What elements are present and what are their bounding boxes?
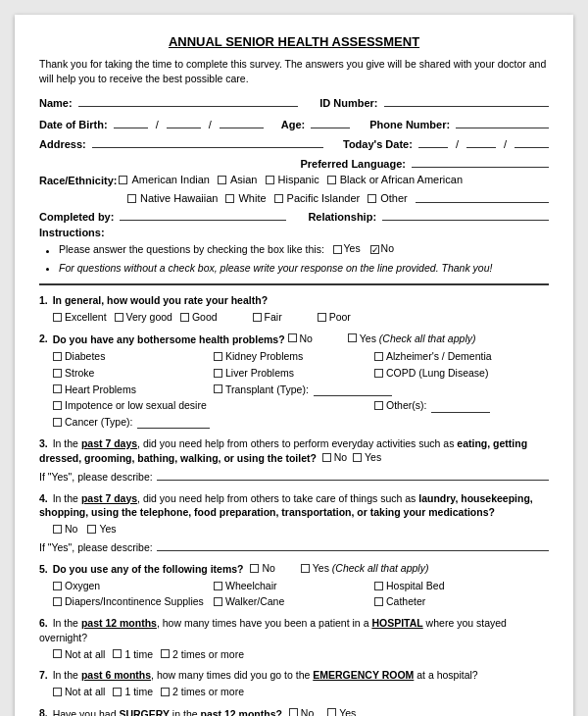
cb-other[interactable]	[368, 194, 376, 203]
opt-diapers[interactable]: Diapers/Incontinence Supplies	[53, 594, 210, 609]
page-title: ANNUAL SENIOR HEALTH ASSESSMENT	[39, 34, 549, 49]
q6-1-time[interactable]: 1 time	[113, 647, 153, 662]
opt-impotence[interactable]: Impotence or low sexual desire	[53, 398, 370, 413]
opt-walker[interactable]: Walker/Cane	[214, 594, 370, 609]
q2-no[interactable]: No	[288, 332, 313, 346]
instruction-1: Please answer the questions by checking …	[59, 241, 549, 258]
q7-1-time[interactable]: 1 time	[113, 685, 153, 699]
question-8: 8. Have you had SURGERY in the past 12 m…	[39, 706, 549, 716]
todays-date-label: Today's Date:	[343, 138, 413, 150]
completed-by-label: Completed by:	[39, 211, 114, 223]
q2-yes[interactable]: Yes (Check all that apply)	[348, 332, 476, 346]
q3-if-yes: If "Yes", please describe:	[39, 468, 549, 485]
race-row-1: Race/Ethnicity: American Indian Asian Hi…	[39, 174, 549, 186]
q6-not-at-all[interactable]: Not at all	[53, 647, 105, 662]
q6-options: Not at all 1 time 2 times or more	[39, 647, 549, 662]
opt-excellent[interactable]: Excellent	[53, 310, 107, 325]
race-white[interactable]: White	[225, 192, 266, 204]
completed-by-row: Completed by: Relationship:	[39, 207, 549, 223]
q3-describe-input[interactable]	[157, 468, 549, 481]
opt-alzheimers[interactable]: Alzheimer's / Dementia	[374, 349, 570, 364]
race-pacific-islander[interactable]: Pacific Islander	[274, 192, 361, 204]
race-american-indian[interactable]: American Indian	[119, 174, 210, 185]
opt-cancer[interactable]: Cancer (Type):	[53, 415, 210, 430]
cb-white[interactable]	[225, 194, 234, 203]
name-label: Name:	[39, 97, 73, 109]
phone-label: Phone Number:	[369, 119, 450, 130]
completed-by-input[interactable]	[120, 207, 286, 221]
q6-2-times[interactable]: 2 times or more	[161, 647, 244, 662]
q8-yes[interactable]: Yes	[327, 706, 356, 716]
q7-not-at-all[interactable]: Not at all	[53, 685, 105, 699]
instructions-section: Instructions: Please answer the question…	[39, 227, 549, 276]
q5-yes[interactable]: Yes (Check all that apply)	[301, 561, 429, 576]
intro-text: Thank you for taking the time to complet…	[39, 57, 549, 85]
race-black[interactable]: Black or African American	[327, 174, 463, 185]
age-input[interactable]	[311, 115, 350, 128]
opt-wheelchair[interactable]: Wheelchair	[214, 579, 370, 593]
q5-no[interactable]: No	[250, 561, 274, 576]
q4-describe-input[interactable]	[157, 538, 549, 551]
q8-no[interactable]: No	[289, 706, 314, 716]
opt-fair[interactable]: Fair	[253, 310, 282, 325]
preferred-lang-input[interactable]	[412, 154, 549, 168]
instruction-2: For questions without a check box, pleas…	[59, 261, 549, 277]
preferred-lang-row: Preferred Language:	[39, 154, 549, 170]
address-input[interactable]	[92, 134, 323, 148]
id-number-label: ID Number:	[319, 97, 377, 109]
opt-heart[interactable]: Heart Problems	[53, 383, 210, 397]
dob-year[interactable]	[220, 115, 264, 128]
name-id-row: Name: ID Number:	[39, 93, 549, 109]
cb-hispanic[interactable]	[266, 176, 274, 184]
cb-pacific-islander[interactable]	[274, 194, 283, 203]
race-row-2: Native Hawaiian White Pacific Islander O…	[39, 189, 549, 205]
q4-options: No Yes	[39, 522, 549, 537]
q5-suboptions: Oxygen Wheelchair Hospital Bed Diapers/I…	[39, 579, 549, 609]
opt-kidney[interactable]: Kidney Problems	[214, 349, 370, 364]
cb-native-hawaiian[interactable]	[127, 194, 136, 203]
phone-input[interactable]	[456, 115, 549, 128]
question-5: 5. Do you use any of the following items…	[39, 561, 549, 609]
opt-good[interactable]: Good	[180, 310, 218, 325]
race-native-hawaiian[interactable]: Native Hawaiian	[127, 192, 218, 204]
cb-american-indian[interactable]	[119, 176, 127, 184]
dob-label: Date of Birth:	[39, 119, 108, 130]
page: ANNUAL SENIOR HEALTH ASSESSMENT Thank yo…	[15, 15, 573, 716]
opt-hospital-bed[interactable]: Hospital Bed	[374, 579, 531, 593]
id-number-input[interactable]	[384, 93, 549, 107]
race-hispanic[interactable]: Hispanic	[266, 174, 319, 185]
q4-no[interactable]: No	[53, 522, 77, 537]
q7-2-times[interactable]: 2 times or more	[161, 685, 244, 699]
opt-diabetes[interactable]: Diabetes	[53, 349, 210, 364]
opt-transplant[interactable]: Transplant (Type):	[214, 383, 570, 397]
dob-day[interactable]	[167, 115, 201, 128]
opt-liver[interactable]: Liver Problems	[214, 366, 370, 381]
dob-month[interactable]	[114, 115, 148, 128]
example-yes-box	[333, 245, 342, 254]
question-6: 6. In the past 12 months, how many times…	[39, 616, 549, 661]
questions-section: 1. In general, how would you rate your h…	[39, 293, 549, 716]
q4-yes[interactable]: Yes	[87, 522, 116, 537]
date-year[interactable]	[514, 134, 549, 148]
cb-asian[interactable]	[218, 176, 226, 184]
opt-copd[interactable]: COPD (Lung Disease)	[374, 366, 570, 381]
race-other-input[interactable]	[416, 189, 549, 203]
opt-others[interactable]: Other(s):	[374, 398, 570, 413]
q3-no[interactable]: No	[322, 450, 347, 465]
race-asian[interactable]: Asian	[218, 174, 258, 185]
opt-very-good[interactable]: Very good	[115, 310, 172, 325]
date-day[interactable]	[466, 134, 496, 148]
cb-black[interactable]	[327, 176, 336, 184]
opt-catheter[interactable]: Catheter	[374, 594, 531, 609]
opt-stroke[interactable]: Stroke	[53, 366, 210, 381]
question-2: 2. Do you have any bothersome health pro…	[39, 332, 549, 430]
opt-oxygen[interactable]: Oxygen	[53, 579, 210, 593]
q3-yes[interactable]: Yes	[353, 450, 381, 465]
date-month[interactable]	[418, 134, 448, 148]
divider	[39, 283, 549, 285]
address-label: Address:	[39, 138, 86, 150]
name-input[interactable]	[78, 93, 299, 107]
relationship-input[interactable]	[382, 207, 549, 221]
race-other[interactable]: Other	[368, 192, 408, 204]
opt-poor[interactable]: Poor	[318, 310, 351, 325]
